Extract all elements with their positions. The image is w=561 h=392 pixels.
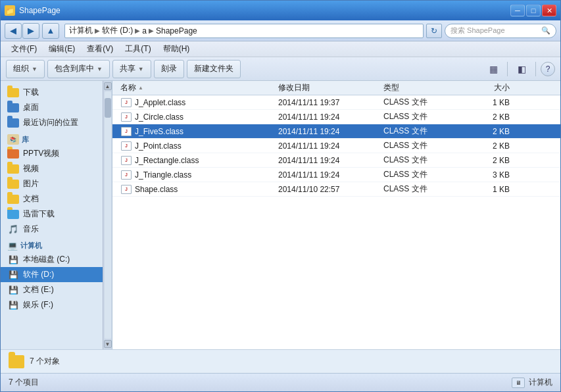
sidebar-item-pictures[interactable]: 图片 — [1, 176, 103, 191]
main-content: 下载 桌面 最近访问的位置 — [1, 81, 560, 349]
sidebar-scroll-thumb[interactable] — [105, 98, 111, 118]
class-file-icon-img: J — [121, 170, 132, 180]
sidebar-scroll-track[interactable] — [105, 91, 111, 339]
file-icon: J — [120, 170, 132, 180]
include-library-label: 包含到库中 — [55, 63, 94, 74]
table-row[interactable]: J J_Rectangle.class 2014/11/11 19:24 CLA… — [112, 153, 560, 168]
menu-view[interactable]: 查看(V) — [82, 42, 118, 56]
view-toggle-button[interactable]: ▦ — [484, 61, 502, 77]
status-item-count: 7 个项目 — [9, 377, 39, 388]
menu-edit[interactable]: 编辑(E) — [43, 42, 80, 56]
sidebar-item-music[interactable]: 🎵 音乐 — [1, 222, 103, 237]
sidebar-item-video[interactable]: 视频 — [1, 161, 103, 176]
include-library-button[interactable]: 包含到库中 ▼ — [47, 60, 110, 78]
share-label: 共享 — [120, 63, 135, 74]
file-name-cell: J Shape.class — [118, 184, 276, 195]
sidebar-item-recent[interactable]: 最近访问的位置 — [1, 115, 103, 130]
column-header-date[interactable]: 修改日期 — [276, 82, 381, 93]
back-button[interactable]: ◀ — [5, 23, 22, 39]
download-folder-icon — [7, 87, 19, 98]
up-button[interactable]: ▲ — [42, 23, 59, 39]
sidebar-item-desktop[interactable]: 桌面 — [1, 100, 103, 115]
burn-button[interactable]: 刻录 — [154, 60, 184, 78]
file-list: 名称 ▲ 修改日期 类型 大小 J J_Applet.class — [112, 81, 560, 349]
library-section-header: 📚 库 — [1, 130, 103, 146]
preview-pane-button[interactable]: ◧ — [512, 61, 531, 77]
file-rows: J J_Applet.class 2014/11/11 19:37 CLASS … — [112, 95, 560, 349]
window-title: ShapePage — [19, 6, 61, 15]
forward-button[interactable]: ▶ — [22, 23, 39, 39]
table-row[interactable]: J Shape.class 2014/11/10 22:57 CLASS 文件 … — [112, 182, 560, 197]
organize-dropdown-arrow: ▼ — [32, 66, 37, 72]
sidebar-content: 下载 桌面 最近访问的位置 — [1, 81, 103, 349]
table-row[interactable]: J J_Triangle.class 2014/11/11 19:24 CLAS… — [112, 168, 560, 182]
sidebar-scroll-down[interactable]: ▼ — [104, 340, 112, 348]
column-header-size[interactable]: 大小 — [460, 82, 512, 93]
file-date-cell: 2014/11/11 19:24 — [276, 141, 381, 151]
table-row[interactable]: J J_Applet.class 2014/11/11 19:37 CLASS … — [112, 95, 560, 110]
drive-f-icon: 💾 — [7, 300, 19, 310]
sidebar-label-pptv: PPTV视频 — [23, 148, 59, 159]
file-type-cell: CLASS 文件 — [381, 97, 460, 108]
title-buttons: ─ □ ✕ — [510, 5, 556, 16]
close-button[interactable]: ✕ — [542, 5, 556, 16]
recent-folder-icon — [7, 118, 19, 128]
sidebar-scrollbar[interactable]: ▲ ▼ — [103, 81, 112, 349]
path-arrow-3: ▶ — [149, 27, 154, 34]
table-row[interactable]: J J_FiveS.class 2014/11/11 19:24 CLASS 文… — [112, 124, 560, 139]
docs-icon — [7, 194, 19, 205]
file-name: J_FiveS.class — [135, 127, 183, 136]
sidebar-scroll-up[interactable]: ▲ — [104, 82, 112, 90]
sidebar-item-pptv[interactable]: PPTV视频 — [1, 146, 103, 161]
file-name-cell: J J_Circle.class — [118, 112, 276, 122]
menu-file[interactable]: 文件(F) — [6, 42, 42, 56]
file-icon: J — [120, 126, 132, 137]
file-date-cell: 2014/11/11 19:24 — [276, 127, 381, 136]
file-size-cell: 1 KB — [460, 185, 512, 194]
search-icon: 🔍 — [541, 26, 550, 35]
folder-info-icon — [9, 355, 24, 368]
status-bar: 7 个项目 🖥 计算机 — [1, 373, 560, 391]
status-right: 🖥 计算机 — [512, 377, 552, 388]
search-placeholder: 搜索 ShapePage — [451, 26, 505, 36]
sidebar-label-music: 音乐 — [23, 224, 39, 235]
file-date-cell: 2014/11/11 19:24 — [276, 156, 381, 165]
file-name: J_Triangle.class — [135, 170, 191, 180]
file-icon: J — [120, 155, 132, 166]
organize-button[interactable]: 组织 ▼ — [6, 60, 45, 78]
share-dropdown-arrow: ▼ — [138, 66, 144, 72]
new-folder-label: 新建文件夹 — [194, 63, 233, 74]
pictures-icon — [7, 179, 19, 189]
class-file-icon-img: J — [121, 156, 132, 165]
sidebar-item-drive-c[interactable]: 💾 本地磁盘 (C:) — [1, 252, 103, 267]
sidebar-item-xunlei[interactable]: 迅雷下载 — [1, 207, 103, 222]
refresh-button[interactable]: ↻ — [426, 24, 442, 38]
maximize-button[interactable]: □ — [526, 5, 541, 16]
organize-label: 组织 — [13, 63, 29, 74]
file-size-cell: 1 KB — [460, 98, 512, 107]
search-box[interactable]: 搜索 ShapePage 🔍 — [445, 24, 556, 38]
menu-help[interactable]: 帮助(H) — [158, 42, 195, 56]
address-path[interactable]: 计算机 ▶ 软件 (D:) ▶ a ▶ ShapePage — [64, 24, 424, 38]
column-header-name[interactable]: 名称 ▲ — [118, 82, 276, 93]
nav-buttons: ◀ ▶ — [5, 23, 39, 39]
sidebar-item-drive-f[interactable]: 💾 娱乐 (F:) — [1, 297, 103, 312]
help-button[interactable]: ? — [541, 62, 555, 76]
file-type-cell: CLASS 文件 — [381, 111, 460, 122]
sidebar-item-docs[interactable]: 文档 — [1, 191, 103, 207]
minimize-button[interactable]: ─ — [510, 5, 525, 16]
column-header-type[interactable]: 类型 — [381, 82, 460, 93]
library-section-label: 库 — [22, 135, 29, 145]
file-name: J_Rectangle.class — [135, 156, 199, 165]
share-button[interactable]: 共享 ▼ — [112, 60, 151, 78]
new-folder-button[interactable]: 新建文件夹 — [187, 60, 241, 78]
sidebar-label-docs: 文档 — [23, 193, 39, 205]
col-name-label: 名称 — [120, 82, 136, 93]
table-row[interactable]: J J_Point.class 2014/11/11 19:24 CLASS 文… — [112, 139, 560, 153]
path-folder-shape: ShapePage — [156, 26, 197, 36]
menu-tools[interactable]: 工具(T) — [120, 42, 156, 56]
table-row[interactable]: J J_Circle.class 2014/11/11 19:24 CLASS … — [112, 110, 560, 124]
sidebar-item-drive-e[interactable]: 💾 文档 (E:) — [1, 282, 103, 297]
sidebar-item-drive-d[interactable]: 💾 软件 (D:) — [1, 267, 103, 282]
sidebar-item-download[interactable]: 下载 — [1, 85, 103, 100]
